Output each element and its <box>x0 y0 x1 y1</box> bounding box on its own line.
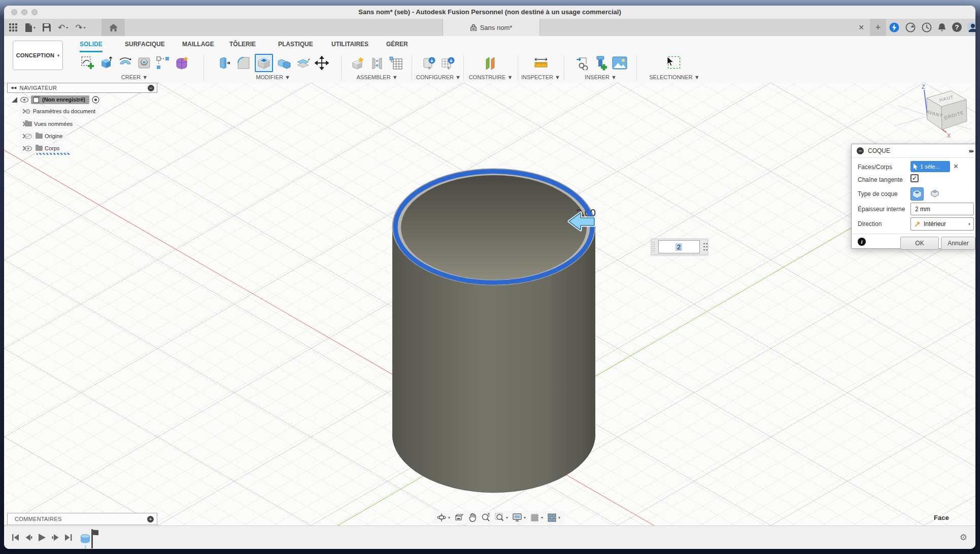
fillet-icon[interactable] <box>236 55 251 71</box>
redo-icon[interactable]: ↷▾ <box>75 22 85 33</box>
activity-clock-icon[interactable] <box>922 22 932 32</box>
app-grid-icon[interactable] <box>9 23 18 32</box>
save-icon[interactable] <box>43 23 51 31</box>
tab-utilitaires[interactable]: UTILITAIRES <box>331 38 368 51</box>
tab-surfacique[interactable]: SURFACIQUE <box>125 38 165 51</box>
zoom-icon[interactable] <box>481 513 490 522</box>
file-menu-icon[interactable]: ▾ <box>25 23 36 32</box>
configuration-icon[interactable] <box>422 55 437 71</box>
ok-button[interactable]: OK <box>900 237 939 250</box>
group-label-construire[interactable]: CONSTRUIRE ▼ <box>469 74 513 80</box>
tree-item-bodies[interactable]: Corps <box>19 143 63 153</box>
timeline-go-end-icon[interactable] <box>63 532 74 543</box>
combine-icon[interactable] <box>277 55 292 71</box>
shell-dialog[interactable]: − COQUE ▶▶ Faces/Corps 1 séle... ✕ Chaîn… <box>851 144 975 249</box>
zoom-window-icon[interactable]: ▾ <box>495 513 508 522</box>
tab-solide[interactable]: SOLIDE <box>80 38 103 52</box>
shell-type-inside-button[interactable] <box>910 187 924 201</box>
faces-selection-button[interactable]: 1 séle... <box>910 161 950 172</box>
dialog-dock-icon[interactable]: ▶▶ <box>969 149 973 153</box>
group-label-inserer[interactable]: INSÉRER ▼ <box>585 74 617 80</box>
home-button[interactable] <box>102 19 125 36</box>
press-pull-icon[interactable] <box>217 55 232 71</box>
close-document-icon[interactable]: ✕ <box>857 23 866 32</box>
timeline-play-icon[interactable] <box>37 532 48 543</box>
shell-thickness-canvas-input[interactable]: 2 <box>658 240 700 253</box>
extrude-icon[interactable] <box>99 55 114 71</box>
tree-item-origin[interactable]: Origine <box>19 131 66 141</box>
display-settings-icon[interactable]: ▾ <box>513 513 526 522</box>
activate-radio-icon[interactable] <box>92 96 99 104</box>
navigator-header[interactable]: ◀◀ NAVIGATEUR − <box>7 83 157 93</box>
undo-icon[interactable]: ↶▾ <box>58 22 68 33</box>
timeline-go-start-icon[interactable] <box>10 532 21 543</box>
shell-tool-active[interactable] <box>255 54 273 72</box>
tab-gerer[interactable]: GÉRER <box>386 38 408 51</box>
account-avatar[interactable] <box>967 21 975 31</box>
dialog-info-icon[interactable]: i <box>858 238 866 246</box>
timeline-feature-extrude[interactable] <box>81 535 90 549</box>
group-label-configurer[interactable]: CONFIGURER ▼ <box>416 74 461 80</box>
tab-plastique[interactable]: PLASTIQUE <box>278 38 313 51</box>
configuration-table-icon[interactable] <box>441 55 456 71</box>
widget-drag-strip[interactable] <box>652 241 655 252</box>
job-status-icon[interactable] <box>905 22 916 32</box>
construct-plane-icon[interactable] <box>483 55 498 71</box>
orbit-icon[interactable]: ▾ <box>437 513 450 522</box>
view-cube[interactable]: HAUT AVANT DROITE Z X <box>895 84 971 139</box>
document-tab[interactable]: Sans nom* <box>443 19 540 36</box>
tangent-chain-checkbox[interactable]: ✓ <box>910 174 919 182</box>
thickness-dialog-input[interactable]: 2 mm <box>910 203 974 215</box>
dialog-collapse-icon[interactable]: − <box>857 147 864 154</box>
expand-chevron-icon[interactable] <box>19 146 23 151</box>
tree-root-row[interactable]: (Non enregistré) <box>11 94 104 105</box>
insert-derive-icon[interactable] <box>575 55 590 71</box>
offset-face-icon[interactable] <box>295 55 311 71</box>
direction-dropdown[interactable]: Intérieur ▾ <box>910 217 974 231</box>
widget-grip-icon[interactable] <box>703 242 708 251</box>
group-label-creer[interactable]: CRÉER ▼ <box>121 74 148 80</box>
visibility-eye-icon[interactable] <box>20 97 28 103</box>
comments-panel-header[interactable]: COMMENTAIRES + <box>7 513 157 525</box>
group-label-assembler[interactable]: ASSEMBLER ▼ <box>356 74 397 80</box>
clear-selection-icon[interactable]: ✕ <box>953 162 959 170</box>
timeline-playhead[interactable] <box>91 529 98 548</box>
tab-maillage[interactable]: MAILLAGE <box>182 38 214 51</box>
expand-chevron-icon[interactable] <box>19 121 23 126</box>
expand-chevron-icon[interactable] <box>19 134 23 139</box>
viewport-3d[interactable]: 2.00 HAUT AVANT DROITE Z X <box>4 83 975 526</box>
joint-icon[interactable] <box>369 55 385 71</box>
help-icon[interactable]: ? <box>952 22 962 32</box>
measure-icon[interactable] <box>533 55 549 71</box>
cylinder-body[interactable] <box>392 169 595 493</box>
insert-image-icon[interactable] <box>612 55 627 71</box>
tree-item-document-settings[interactable]: ⚙ Paramètres du document <box>19 106 99 116</box>
collapse-panel-icon[interactable]: ◀◀ <box>11 86 17 90</box>
move-copy-icon[interactable] <box>314 55 329 71</box>
bom-table-icon[interactable] <box>388 55 403 71</box>
pattern-icon[interactable] <box>155 55 171 71</box>
create-form-icon[interactable] <box>174 55 189 71</box>
expanded-corner-icon[interactable] <box>11 96 18 103</box>
new-document-tab-button[interactable]: + <box>870 19 886 36</box>
tree-item-named-views[interactable]: Vues nommées <box>19 119 77 129</box>
timeline-track[interactable] <box>79 527 99 548</box>
cancel-button[interactable]: Annuler <box>941 237 975 250</box>
workspace-selector-button[interactable]: CONCEPTION ▾ <box>13 41 63 70</box>
group-label-selectionner[interactable]: SÉLECTIONNER ▼ <box>649 74 700 80</box>
notifications-bell-icon[interactable] <box>937 22 947 32</box>
thickness-input-widget[interactable]: 2 <box>651 239 708 255</box>
shell-type-both-button[interactable] <box>929 187 941 200</box>
expand-chevron-icon[interactable] <box>19 109 23 114</box>
shell-dialog-header[interactable]: − COQUE ▶▶ <box>852 144 975 158</box>
root-document-item[interactable]: (Non enregistré) <box>31 95 89 104</box>
panel-remove-icon[interactable]: − <box>148 85 154 91</box>
tab-tolerie[interactable]: TÔLERIE <box>229 38 256 51</box>
timeline-step-forward-icon[interactable] <box>50 532 61 543</box>
insert-fastener-icon[interactable] <box>593 55 609 71</box>
create-sketch-icon[interactable] <box>80 55 95 71</box>
pan-hand-icon[interactable] <box>468 513 477 522</box>
look-at-icon[interactable] <box>455 513 464 522</box>
revolve-icon[interactable] <box>118 55 133 71</box>
extension-lightning-icon[interactable] <box>889 22 899 32</box>
